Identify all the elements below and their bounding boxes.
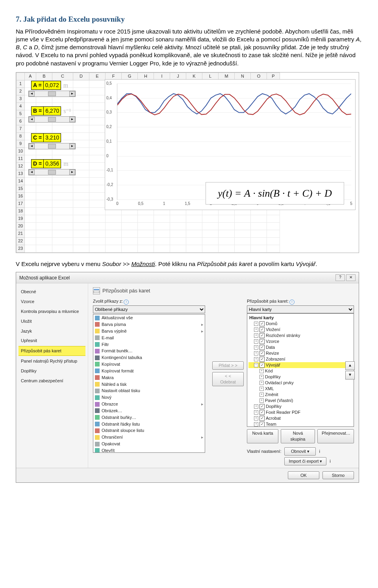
new-group-button[interactable]: Nová skupina	[281, 429, 315, 443]
category-item[interactable]: Doplňky	[19, 367, 85, 376]
command-item[interactable]: Odstranit sloupce listu	[93, 427, 205, 434]
rename-button[interactable]: Přejmenovat…	[317, 429, 354, 443]
command-item[interactable]: Aktualizovat vše	[93, 314, 205, 321]
commands-listbox[interactable]: Aktualizovat všeBarva písma▸Barva výplně…	[93, 314, 205, 453]
expand-icon[interactable]: +	[254, 416, 258, 421]
close-icon[interactable]: ✕	[346, 274, 356, 281]
command-item[interactable]: Odstranit buňky…	[93, 414, 205, 421]
info-icon[interactable]: i	[289, 300, 295, 305]
command-item[interactable]: Opakovat	[93, 441, 205, 447]
expand-icon[interactable]: +	[254, 410, 258, 415]
checkbox[interactable]: ✓	[259, 404, 265, 409]
expand-icon[interactable]: +	[254, 345, 258, 350]
reset-button[interactable]: Obnovit ▾	[284, 447, 316, 456]
checkbox[interactable]: ✓	[259, 321, 265, 326]
scrollbar-A[interactable]: ◄►	[28, 91, 76, 97]
scroll-left-icon[interactable]: ◄	[29, 91, 35, 97]
info-icon[interactable]: i	[124, 300, 129, 305]
tree-node[interactable]: +XML	[248, 386, 352, 392]
category-item[interactable]: Jazyk	[19, 327, 85, 336]
expand-icon[interactable]: +	[254, 422, 258, 426]
tree-node[interactable]: +✓Revize	[248, 350, 352, 356]
info-icon[interactable]: i	[330, 458, 330, 464]
command-item[interactable]: Formát buněk…	[93, 348, 205, 354]
command-item[interactable]: Ohraničení▸	[93, 434, 205, 441]
category-item[interactable]: Kontrola pravopisu a mluvnice	[19, 307, 85, 316]
command-item[interactable]: E-mail	[93, 335, 205, 341]
expand-icon[interactable]: +	[254, 404, 258, 409]
category-item[interactable]: Uložit	[19, 317, 85, 326]
cancel-button[interactable]: Storno	[322, 471, 354, 480]
command-item[interactable]: Kopírovat	[93, 361, 205, 368]
category-item[interactable]: Upřesnit	[19, 336, 85, 345]
choose-from-combo[interactable]: Oblíbené příkazy	[93, 305, 205, 313]
expand-icon[interactable]: +	[254, 327, 258, 332]
command-item[interactable]: Filtr	[93, 341, 205, 348]
ribbon-combo[interactable]: Hlavní karty	[247, 305, 354, 313]
command-item[interactable]: Makra	[93, 374, 205, 381]
tree-node[interactable]: +✓Zobrazení	[248, 356, 352, 362]
checkbox[interactable]: ✓	[259, 327, 265, 332]
tree-node[interactable]: +✓Doplňky	[248, 404, 352, 409]
checkbox[interactable]: ✓	[259, 351, 265, 356]
tree-node[interactable]: +✓Data	[248, 344, 352, 350]
command-item[interactable]: Barva výplně▸	[93, 328, 205, 335]
command-item[interactable]: Obrazce▸	[93, 401, 205, 408]
checkbox[interactable]: ✓	[259, 410, 265, 415]
expand-icon[interactable]: +	[254, 322, 258, 326]
new-tab-button[interactable]: Nová karta	[247, 429, 278, 443]
tree-node[interactable]: +Ovládací prvky	[248, 380, 352, 386]
command-item[interactable]: Kontingenční tabulka	[93, 354, 205, 361]
checkbox[interactable]: ✓	[259, 345, 265, 350]
ok-button[interactable]: OK	[288, 471, 319, 480]
tree-node[interactable]: +Doplňky	[248, 374, 352, 380]
checkbox[interactable]: ✓	[259, 363, 265, 368]
scroll-right-icon[interactable]: ►	[69, 91, 75, 97]
tree-node[interactable]: +✓Team	[248, 421, 352, 427]
category-item[interactable]: Obecné	[19, 287, 85, 296]
expand-icon[interactable]: +	[254, 351, 258, 355]
expand-icon[interactable]: +	[254, 339, 258, 344]
checkbox[interactable]: ✓	[259, 339, 265, 344]
checkbox[interactable]: ✓	[259, 357, 265, 362]
remove-button[interactable]: < < Odebrat	[212, 372, 244, 386]
tree-node[interactable]: +Pavel (Vlastní)	[248, 398, 352, 404]
scrollbar-C[interactable]: ◄►	[28, 143, 76, 149]
command-item[interactable]: Kopírovat formát	[93, 368, 205, 374]
tree-node[interactable]: +Změnit	[248, 392, 352, 398]
expand-icon[interactable]: +	[259, 375, 264, 379]
expand-icon[interactable]: +	[259, 369, 264, 373]
tree-node[interactable]: +✓Vzorce	[248, 339, 352, 344]
command-item[interactable]: Otevřít	[93, 447, 205, 453]
category-item[interactable]: Panel nástrojů Rychlý přístup	[19, 357, 85, 366]
move-down-button[interactable]: ▼	[345, 371, 355, 380]
category-list[interactable]: ObecnéVzorceKontrola pravopisu a mluvnic…	[16, 283, 88, 467]
category-item[interactable]: Centrum zabezpečení	[19, 376, 85, 385]
command-item[interactable]: Náhled a tisk	[93, 381, 205, 388]
ribbon-tree[interactable]: Hlavní karty+✓Domů+✓Vložení+✓Rozložení s…	[247, 313, 354, 427]
tree-node[interactable]: +✓Acrobat	[248, 415, 352, 421]
category-item[interactable]: Vzorce	[19, 297, 85, 306]
command-item[interactable]: Nový	[93, 394, 205, 401]
expand-icon[interactable]: −	[254, 363, 258, 367]
move-up-button[interactable]: ▲	[345, 361, 355, 370]
category-item[interactable]: Přizpůsobit pás karet	[19, 346, 85, 356]
command-item[interactable]: Nastavit oblast tisku	[93, 387, 205, 394]
tree-node[interactable]: +✓Domů	[248, 321, 352, 327]
expand-icon[interactable]: +	[259, 381, 264, 385]
scrollbar-D[interactable]: ◄►	[28, 169, 76, 175]
command-item[interactable]: Odstranit řádky listu	[93, 421, 205, 428]
expand-icon[interactable]: +	[259, 387, 264, 391]
tree-node[interactable]: +✓Vložení	[248, 327, 352, 333]
expand-icon[interactable]: +	[259, 398, 264, 403]
info-icon[interactable]: i	[319, 448, 320, 454]
scrollbar-B[interactable]: ◄►	[28, 116, 76, 123]
command-item[interactable]: Obrázek…	[93, 408, 205, 414]
import-export-button[interactable]: Import či export ▾	[284, 457, 326, 465]
tree-node[interactable]: −✓Vývojář	[248, 362, 352, 368]
tree-node[interactable]: +✓Rozložení stránky	[248, 333, 352, 339]
tree-node[interactable]: +Kód	[248, 368, 352, 374]
expand-icon[interactable]: +	[254, 333, 258, 338]
tree-node[interactable]: +✓Foxit Reader PDF	[248, 409, 352, 415]
checkbox[interactable]: ✓	[259, 422, 265, 427]
